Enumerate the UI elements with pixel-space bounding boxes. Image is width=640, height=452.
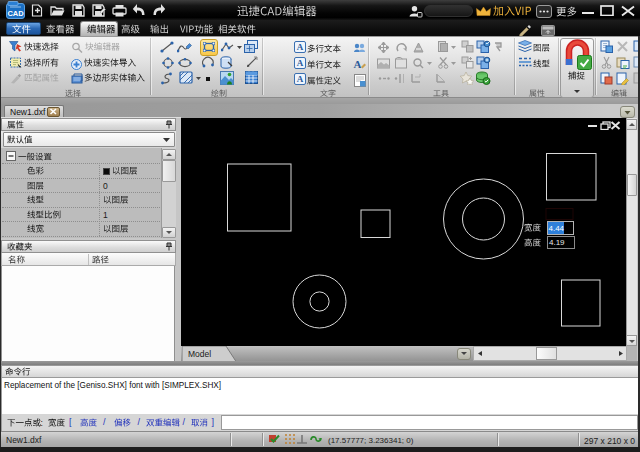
svg-text:A: A bbox=[297, 74, 304, 84]
svg-text:CAD: CAD bbox=[7, 9, 24, 18]
svg-text:A: A bbox=[297, 58, 304, 68]
svg-text:A: A bbox=[297, 42, 304, 52]
svg-text:A: A bbox=[354, 58, 362, 70]
